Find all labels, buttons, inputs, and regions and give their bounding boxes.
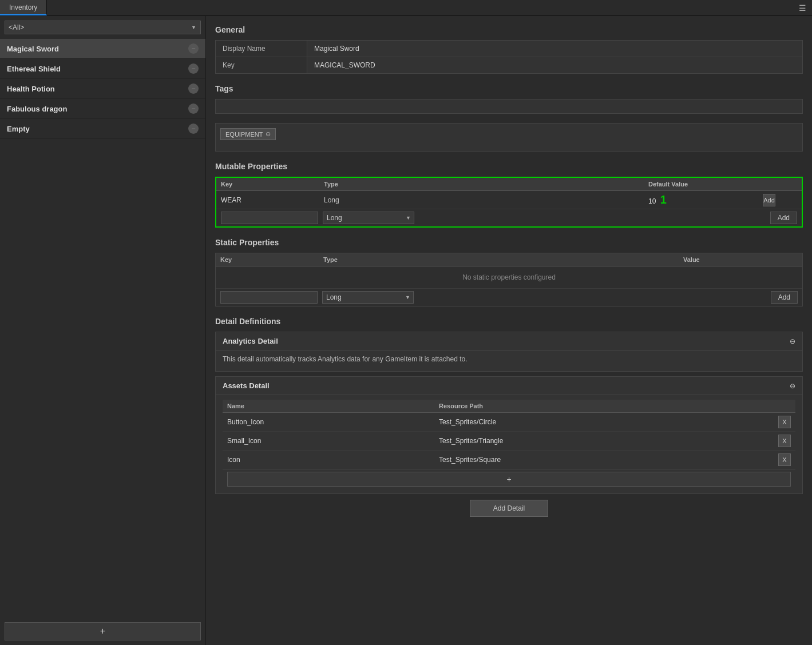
assets-row-remove-btn[interactable]: X: [778, 416, 791, 428]
assets-add-row: +: [223, 469, 795, 489]
tags-search-input[interactable]: [215, 99, 803, 114]
wear-type: Long: [324, 196, 648, 204]
sidebar-item-empty[interactable]: Empty −: [0, 119, 205, 139]
assets-button-icon-path: Test_Sprites/Circle: [434, 413, 774, 432]
assets-button-icon-name: Button_Icon: [223, 413, 434, 432]
main-layout: <All> Magical Sword − Ethereal Shield − …: [0, 16, 812, 645]
mutable-prop-header: Key Type Default Value: [216, 178, 802, 191]
mutable-type-select[interactable]: Long: [323, 212, 414, 224]
analytics-detail-remove-btn[interactable]: ⊖: [790, 337, 795, 345]
wear-remove-btn[interactable]: Add: [763, 194, 775, 206]
inventory-tab[interactable]: Inventory: [0, 0, 47, 15]
assets-row-icon: Icon Test_Sprites/Square X: [223, 451, 795, 469]
static-type-select[interactable]: Long: [322, 291, 414, 304]
minus-icon: −: [191, 45, 195, 53]
tag-label: EQUIPMENT: [225, 131, 263, 138]
assets-detail-title: Assets Detail: [223, 381, 270, 390]
analytics-detail-body: This detail automatically tracks Analyti…: [216, 351, 802, 371]
static-properties-table: Key Type Value No static properties conf…: [215, 253, 803, 306]
assets-col-resource-header: Resource Path: [434, 400, 774, 413]
assets-detail-header: Assets Detail ⊖: [216, 377, 802, 395]
assets-row-remove-btn[interactable]: X: [778, 435, 791, 447]
static-add-btn-label: Add: [778, 293, 790, 301]
general-row-key: Key MAGICAL_SWORD: [216, 57, 802, 73]
minus-icon: −: [191, 105, 195, 113]
assets-row-small-icon: Small_Icon Test_Sprites/Triangle X: [223, 432, 795, 451]
mutable-prop-add-row: Long Add: [216, 209, 802, 226]
sidebar-filter[interactable]: <All>: [5, 21, 201, 34]
static-type-select-wrapper[interactable]: Long: [322, 291, 414, 304]
assets-button-icon-actions: X: [774, 413, 795, 432]
analytics-detail-description: This detail automatically tracks Analyti…: [223, 355, 795, 363]
filter-select[interactable]: <All>: [5, 21, 201, 34]
cursor-number: 1: [660, 193, 667, 206]
col-actions-header: [763, 181, 797, 188]
add-icon: +: [100, 626, 105, 636]
col-type-header: Type: [324, 181, 648, 188]
tab-label: Inventory: [9, 3, 37, 11]
minus-circle-icon: ⊖: [790, 382, 795, 390]
static-properties-title: Static Properties: [215, 238, 803, 247]
add-item-button[interactable]: +: [5, 622, 201, 640]
static-col-value-header: Value: [683, 256, 798, 263]
remove-health-potion-btn[interactable]: −: [188, 83, 199, 94]
sidebar-item-fabulous-dragon[interactable]: Fabulous dragon −: [0, 99, 205, 119]
static-prop-header: Key Type Value: [216, 253, 802, 266]
remove-empty-btn[interactable]: −: [188, 124, 199, 134]
wear-key: WEAR: [221, 196, 324, 204]
sidebar-item-ethereal-shield[interactable]: Ethereal Shield −: [0, 59, 205, 79]
static-prop-add-row: Long Add: [216, 288, 802, 306]
assets-row-remove-btn[interactable]: X: [778, 453, 791, 466]
tab-bar-menu[interactable]: ☰: [799, 3, 812, 13]
display-name-label: Display Name: [216, 41, 307, 57]
display-name-value: Magical Sword: [307, 41, 802, 57]
assets-add-row-btn[interactable]: +: [227, 472, 791, 487]
assets-detail-remove-btn[interactable]: ⊖: [790, 382, 795, 390]
tags-box: EQUIPMENT ⊖: [215, 123, 803, 152]
tab-bar: Inventory ☰: [0, 0, 812, 16]
general-table: Display Name Magical Sword Key MAGICAL_S…: [215, 40, 803, 74]
key-value: MAGICAL_SWORD: [307, 57, 802, 73]
analytics-detail-title: Analytics Detail: [223, 337, 278, 345]
sidebar-item-magical-sword[interactable]: Magical Sword −: [0, 39, 205, 59]
col-default-header: Default Value: [648, 181, 763, 188]
general-row-display-name: Display Name Magical Sword: [216, 41, 802, 57]
sidebar-item-name: Empty: [7, 125, 30, 133]
static-new-key-input[interactable]: [220, 291, 318, 304]
add-btn-label: Add: [778, 214, 790, 222]
mutable-new-key-input[interactable]: [221, 212, 318, 224]
remove-ethereal-shield-btn[interactable]: −: [188, 63, 199, 74]
col-key-header: Key: [221, 181, 324, 188]
sidebar-item-name: Magical Sword: [7, 45, 59, 53]
assets-table-header-row: Name Resource Path: [223, 400, 795, 413]
assets-col-name-header: Name: [223, 400, 434, 413]
remove-magical-sword-btn[interactable]: −: [188, 43, 199, 54]
detail-definitions-title: Detail Definitions: [215, 317, 803, 326]
static-properties-section: Static Properties Key Type Value No stat…: [215, 238, 803, 306]
assets-small-icon-actions: X: [774, 432, 795, 451]
assets-detail-card: Assets Detail ⊖ Name Resource Path: [215, 376, 803, 494]
sidebar-item-name: Fabulous dragon: [7, 105, 67, 113]
assets-icon-path: Test_Sprites/Square: [434, 451, 774, 469]
assets-small-icon-name: Small_Icon: [223, 432, 434, 451]
minus-icon: −: [191, 85, 195, 93]
tag-remove-btn[interactable]: ⊖: [266, 130, 271, 138]
add-detail-label: Add Detail: [493, 504, 525, 512]
mutable-type-select-wrapper[interactable]: Long: [323, 212, 414, 224]
filter-select-wrapper[interactable]: <All>: [5, 21, 201, 34]
remove-fabulous-dragon-btn[interactable]: −: [188, 103, 199, 114]
static-add-btn[interactable]: Add: [771, 291, 798, 304]
assets-detail-body: Name Resource Path Button_Icon Test_Spri…: [216, 395, 802, 493]
assets-row-button-icon: Button_Icon Test_Sprites/Circle X: [223, 413, 795, 432]
assets-col-actions-header: [774, 400, 795, 413]
mutable-add-btn[interactable]: Add: [770, 212, 797, 224]
add-detail-button[interactable]: Add Detail: [470, 500, 548, 517]
static-col-key-header: Key: [220, 256, 323, 263]
sidebar-item-health-potion[interactable]: Health Potion −: [0, 79, 205, 99]
minus-circle-icon: ⊖: [790, 337, 795, 345]
mutable-prop-row-wear: WEAR Long 10 1 Add: [216, 191, 802, 209]
no-static-props-msg: No static properties configured: [216, 266, 802, 288]
tags-search-wrapper: 🔍: [215, 99, 803, 118]
analytics-detail-header: Analytics Detail ⊖: [216, 332, 802, 351]
tags-section: Tags 🔍 EQUIPMENT ⊖: [215, 84, 803, 152]
